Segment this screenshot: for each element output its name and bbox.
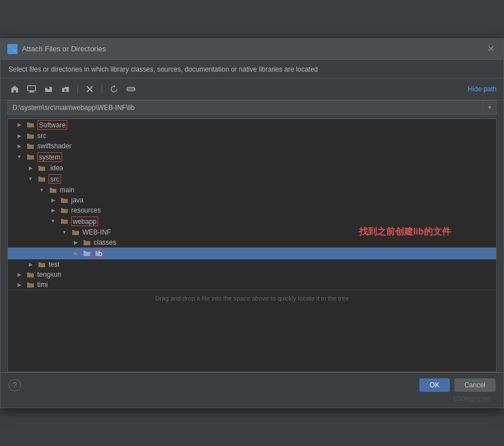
footer: ? OK Cancel — [1, 372, 503, 398]
toggle-icon[interactable]: ▼ — [60, 229, 69, 235]
toolbar-separator2 — [102, 84, 102, 94]
path-dropdown-button[interactable]: ▼ — [483, 101, 496, 113]
toggle-icon[interactable]: ▼ — [15, 154, 24, 160]
tree-item-resources[interactable]: ▶ resources — [8, 205, 496, 215]
app-icon: 📎 — [7, 44, 17, 54]
item-label: Software — [39, 121, 65, 129]
toggle-icon[interactable]: ▼ — [49, 218, 58, 224]
footer-right: OK Cancel — [419, 378, 496, 392]
item-label: tengxun — [37, 271, 62, 279]
tree-item-test[interactable]: ▶ test — [8, 259, 496, 270]
tree-item-webapp[interactable]: ▼ webapp — [8, 215, 496, 227]
toggle-icon[interactable]: ▶ — [15, 133, 24, 139]
title-bar-left: 📎 Attach Files or Directories — [7, 44, 106, 54]
folder-icon — [26, 121, 35, 129]
dialog: 📎 Attach Files or Directories ✕ Select f… — [0, 38, 504, 408]
tree-item-src[interactable]: ▼ src — [8, 173, 496, 185]
toolbar: Hide path — [1, 78, 503, 100]
folder-icon — [26, 132, 35, 140]
item-label: webapp — [73, 218, 97, 226]
link-button[interactable] — [124, 82, 138, 96]
tree-item-idea[interactable]: ▶ .idea — [8, 163, 496, 173]
tree-item-tengxun[interactable]: ▶ tengxun — [8, 270, 496, 280]
path-bar: ▼ — [7, 100, 497, 115]
dialog-title: Attach Files or Directories — [22, 45, 106, 53]
folder-new-button[interactable] — [58, 82, 73, 96]
item-label: swiftshader — [37, 142, 72, 150]
toggle-icon[interactable]: ▼ — [37, 187, 46, 193]
tree-item-webinf[interactable]: ▼ WEB-INF 找到之前创建lib的文件 — [8, 227, 496, 237]
svg-rect-2 — [29, 92, 34, 92]
tree-item-main[interactable]: ▼ main — [8, 185, 496, 195]
ok-button[interactable]: OK — [419, 378, 449, 392]
toggle-icon[interactable]: ▶ — [15, 272, 24, 277]
folder-icon — [37, 175, 46, 183]
hide-path-button[interactable]: Hide path — [468, 85, 497, 93]
toggle-icon[interactable]: ▶ — [49, 207, 58, 213]
toggle-icon[interactable]: ▶ — [15, 143, 24, 149]
item-label: timi — [37, 281, 48, 289]
tree-item-timi[interactable]: ▶ timi — [8, 280, 496, 290]
cancel-button[interactable]: Cancel — [454, 378, 496, 392]
refresh-button[interactable] — [107, 82, 121, 96]
item-label: main — [60, 186, 74, 194]
item-label: src — [37, 132, 46, 140]
folder-icon — [82, 249, 91, 257]
item-label: java — [71, 196, 84, 204]
path-input[interactable] — [8, 101, 483, 114]
folder-icon — [26, 271, 35, 279]
tree-item-software[interactable]: ▶ Software — [8, 119, 496, 131]
item-label: .idea — [49, 164, 63, 172]
item-label: src — [50, 175, 59, 183]
svg-rect-0 — [28, 86, 36, 91]
tree-item-java[interactable]: ▶ java — [8, 195, 496, 205]
tree-item-lib[interactable]: ▶ lib — [8, 248, 496, 259]
toggle-icon[interactable]: ▶ — [71, 240, 80, 245]
folder-icon — [82, 239, 91, 246]
title-bar: 📎 Attach Files or Directories ✕ — [1, 39, 503, 60]
tree-item-swiftshader[interactable]: ▶ swiftshader — [8, 141, 496, 151]
close-button[interactable]: ✕ — [485, 43, 497, 55]
toggle-icon[interactable]: ▶ — [49, 197, 58, 203]
folder-icon — [60, 206, 69, 214]
footer-left: ? — [8, 379, 21, 391]
watermark: CSDN@汶汐吖 — [0, 395, 498, 405]
folder-icon — [60, 196, 69, 204]
svg-rect-1 — [30, 91, 33, 92]
toolbar-separator — [77, 84, 78, 94]
item-label: classes — [94, 239, 116, 246]
delete-button[interactable] — [82, 82, 97, 96]
toggle-icon[interactable]: ▼ — [26, 176, 35, 182]
item-label: system — [39, 153, 60, 161]
description-text: Select files or directories in which lib… — [1, 60, 503, 78]
file-tree: ▶ Software ▶ src ▶ swiftshader — [7, 118, 497, 372]
folder-icon — [37, 260, 46, 268]
folder-icon — [26, 281, 35, 289]
folder-up-button[interactable] — [41, 82, 56, 96]
toggle-icon[interactable]: ▶ — [26, 165, 35, 171]
folder-icon — [26, 142, 35, 150]
item-label: WEB-INF — [82, 228, 111, 236]
home-button[interactable] — [7, 82, 22, 96]
item-label: test — [49, 260, 59, 268]
folder-icon — [60, 217, 69, 225]
help-button[interactable]: ? — [8, 379, 21, 391]
drag-hint: Drag and drop a file into the space abov… — [8, 290, 496, 306]
item-label: lib — [95, 250, 102, 258]
toggle-icon[interactable]: ▶ — [26, 262, 35, 267]
folder-icon — [71, 228, 80, 236]
folder-icon — [37, 164, 46, 172]
folder-icon — [26, 153, 35, 161]
toggle-icon[interactable]: ▶ — [71, 250, 80, 256]
toggle-icon[interactable]: ▶ — [15, 122, 24, 127]
monitor-button[interactable] — [24, 82, 39, 96]
toggle-icon[interactable]: ▶ — [15, 282, 24, 288]
tree-item-classes[interactable]: ▶ classes — [8, 237, 496, 248]
annotation-text: 找到之前创建lib的文件 — [359, 226, 451, 238]
tree-item-system[interactable]: ▼ system — [8, 151, 496, 163]
item-label: resources — [71, 206, 101, 214]
tree-item-src-root[interactable]: ▶ src — [8, 131, 496, 141]
folder-icon — [49, 186, 58, 194]
